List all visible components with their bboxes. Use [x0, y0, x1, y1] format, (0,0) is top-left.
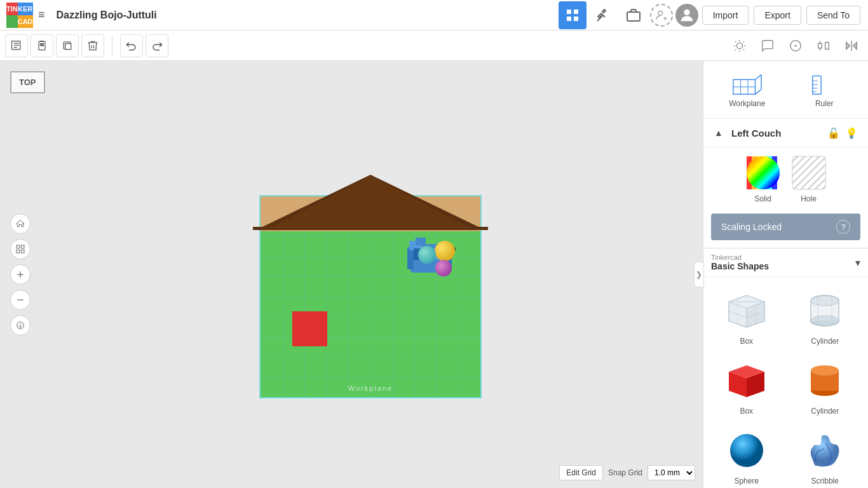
snap-grid-bar: Edit Grid Snap Grid 1.0 mm 0.5 mm 2.0 mm	[559, 465, 695, 480]
collapse-right-panel-button[interactable]: ❯	[694, 262, 704, 287]
object-panel-collapse-button[interactable]: ▲	[711, 125, 726, 140]
svg-rect-23	[17, 245, 20, 248]
focus-button[interactable]	[10, 239, 31, 259]
grid-view-button[interactable]	[559, 1, 587, 29]
light-toggle[interactable]	[728, 34, 751, 57]
projects-button[interactable]	[620, 1, 648, 29]
svg-point-5	[658, 11, 663, 15]
svg-rect-17	[825, 42, 829, 49]
toolbar-right-group	[728, 34, 863, 57]
send-to-button[interactable]: Send To	[806, 6, 860, 25]
solid-icon	[745, 155, 781, 191]
fit-view-button[interactable]	[10, 315, 31, 336]
scaling-locked-label: Scaling Locked	[721, 222, 782, 232]
box-wireframe-shape	[721, 288, 772, 333]
cylinder-wireframe-shape	[799, 288, 850, 333]
svg-point-89	[730, 434, 763, 467]
cylinder-orange-card[interactable]: Cylinder	[787, 352, 864, 419]
shapes-grid: Box	[703, 277, 868, 488]
hole-label: Hole	[801, 194, 817, 203]
scribble-label: Scribble	[811, 477, 839, 485]
couch-object[interactable]: ↻	[391, 234, 468, 285]
comment-tool[interactable]	[756, 34, 779, 57]
scribble-card[interactable]: Scribble	[787, 422, 864, 488]
svg-rect-9	[41, 43, 44, 44]
cylinder-orange-label: Cylinder	[811, 407, 839, 416]
shapes-panel-header: Tinkercad Basic Shapes ▾	[703, 248, 868, 277]
box-wireframe-label: Box	[740, 337, 753, 346]
right-panel-wrapper: ❯	[703, 61, 868, 488]
hamburger-icon[interactable]: ≡	[38, 8, 45, 22]
red-square-object[interactable]	[292, 311, 327, 346]
cylinder-wireframe-label: Cylinder	[811, 337, 839, 346]
workplane-icon	[732, 71, 763, 97]
user-avatar[interactable]	[675, 4, 698, 27]
cylinder-orange-shape	[799, 358, 850, 403]
export-button[interactable]: Export	[754, 6, 801, 25]
viewport[interactable]: TOP	[0, 61, 703, 488]
logo-cad: CAD	[18, 15, 33, 28]
home-view-button[interactable]	[10, 214, 31, 234]
svg-rect-79	[811, 301, 839, 321]
header: TIN KER CAD ≡ Dazzling Bojo-Juttuli Impo…	[0, 0, 868, 30]
svg-point-15	[795, 45, 796, 46]
measure-tool[interactable]	[784, 34, 807, 57]
shapes-dropdown-button[interactable]: ▾	[855, 257, 860, 269]
box-red-label: Box	[740, 407, 753, 416]
logo-tin: TIN	[6, 3, 18, 15]
svg-rect-35	[407, 247, 414, 269]
box-red-shape	[721, 358, 772, 403]
sphere-blue-card[interactable]: Sphere	[709, 422, 785, 488]
align-tool[interactable]	[812, 34, 835, 57]
scaling-locked-help[interactable]: ?	[836, 220, 850, 234]
workplane-tool[interactable]: Workplane	[709, 66, 786, 113]
copy-view-button[interactable]	[5, 34, 28, 57]
import-button[interactable]: Import	[702, 6, 749, 25]
ruler-icon	[809, 71, 839, 97]
add-user-button[interactable]	[650, 4, 673, 27]
snap-grid-label: Snap Grid	[608, 468, 642, 477]
delete-button[interactable]	[81, 34, 104, 57]
project-title[interactable]: Dazzling Bojo-Juttuli	[57, 10, 559, 21]
svg-marker-21	[846, 42, 850, 49]
ruler-tool[interactable]: Ruler	[786, 66, 864, 113]
scaling-locked-button[interactable]: Scaling Locked ?	[711, 214, 860, 240]
zoom-out-button[interactable]	[10, 290, 31, 310]
box-wireframe-card[interactable]: Box	[709, 282, 785, 349]
snap-grid-select[interactable]: 1.0 mm 0.5 mm 2.0 mm	[648, 465, 695, 480]
cylinder-wireframe-card[interactable]: Cylinder	[787, 282, 864, 349]
svg-rect-10	[41, 45, 44, 46]
undo-button[interactable]	[120, 34, 143, 57]
object-light-button[interactable]: 💡	[843, 124, 860, 142]
sphere-blue-label: Sphere	[734, 477, 759, 485]
duplicate-button[interactable]	[56, 34, 79, 57]
edit-grid-button[interactable]: Edit Grid	[559, 465, 603, 480]
zoom-in-button[interactable]	[10, 264, 31, 285]
sphere-blue-shape	[721, 428, 772, 473]
hole-option[interactable]: Hole	[791, 155, 827, 203]
toolbar-left-group	[5, 34, 168, 57]
scene-canvas: ↻ Workplane	[51, 112, 690, 456]
workplane-label: Workplane	[348, 384, 393, 392]
right-panel: Workplane Ruler	[703, 61, 868, 488]
object-lock-button[interactable]: 🔓	[825, 124, 843, 142]
svg-rect-25	[17, 250, 20, 253]
svg-rect-12	[65, 43, 71, 49]
solid-option[interactable]: Solid	[745, 155, 781, 203]
box-red-card[interactable]: Box	[709, 352, 785, 419]
learn-button[interactable]	[589, 1, 617, 29]
svg-rect-24	[21, 245, 24, 248]
shapes-category-label: Basic Shapes	[711, 261, 855, 271]
hole-icon	[791, 155, 827, 191]
mirror-tool[interactable]	[840, 34, 863, 57]
view-label: TOP	[10, 71, 45, 93]
solid-hole-row: Solid	[703, 147, 868, 211]
object-panel: ▲ Left Couch 🔓 💡	[703, 119, 868, 248]
toolbar-divider	[112, 36, 112, 56]
logo-blank	[6, 15, 18, 28]
paste-button[interactable]	[31, 34, 53, 57]
redo-button[interactable]	[146, 34, 168, 57]
svg-marker-33	[272, 176, 469, 227]
ruler-label: Ruler	[815, 99, 834, 108]
shapes-panel: Tinkercad Basic Shapes ▾	[703, 248, 868, 488]
